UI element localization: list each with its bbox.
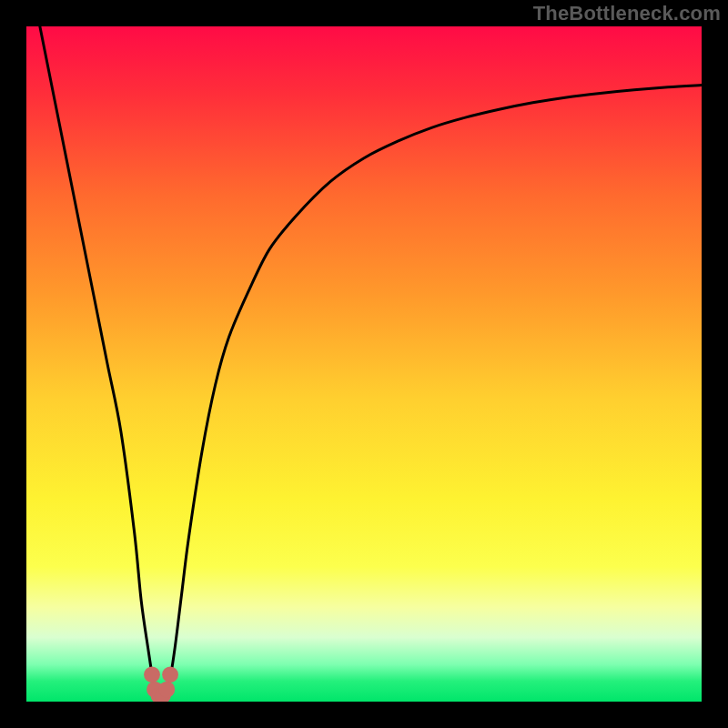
bottleneck-curve <box>26 26 702 702</box>
svg-point-6 <box>162 666 178 682</box>
svg-point-5 <box>158 682 175 698</box>
svg-point-1 <box>144 666 160 682</box>
watermark-text: TheBottleneck.com <box>533 2 721 25</box>
plot-area <box>26 26 702 702</box>
valley-marker <box>144 666 178 702</box>
chart-frame: TheBottleneck.com <box>0 0 728 728</box>
